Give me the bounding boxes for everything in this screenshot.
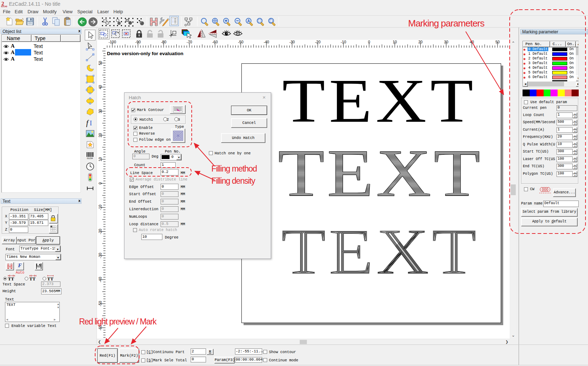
svg-text:10: 10 (393, 40, 397, 44)
svg-text:I: I (90, 120, 92, 127)
svg-text:-10: -10 (341, 40, 346, 44)
svg-text:-70: -70 (187, 40, 192, 44)
svg-text:-60: -60 (212, 40, 218, 44)
svg-text:20: 20 (98, 133, 102, 138)
svg-text:30: 30 (444, 40, 449, 44)
svg-text:A: A (248, 19, 250, 23)
svg-text:TEXT: TEXT (282, 66, 477, 135)
svg-text:-10: -10 (98, 204, 102, 210)
svg-text:EZCAD: EZCAD (1, 5, 8, 8)
svg-text:-20: -20 (315, 40, 320, 44)
svg-text:-50: -50 (98, 301, 102, 306)
svg-text:-40: -40 (98, 277, 102, 282)
svg-text:TT: TT (47, 276, 54, 281)
svg-text:f: f (86, 119, 89, 127)
svg-text:40: 40 (470, 40, 474, 44)
svg-text:-40: -40 (264, 40, 269, 44)
svg-text:TT: TT (29, 276, 36, 281)
svg-text:-30: -30 (98, 253, 102, 258)
svg-text:-30: -30 (289, 40, 295, 44)
svg-text:50: 50 (98, 61, 102, 65)
svg-text:0: 0 (368, 40, 370, 44)
svg-text:-50: -50 (238, 40, 243, 44)
svg-text:40: 40 (98, 85, 102, 89)
svg-text:-20: -20 (98, 229, 102, 234)
svg-text:-60: -60 (98, 325, 102, 330)
svg-text:0: 0 (98, 182, 102, 184)
svg-text:-80: -80 (161, 40, 166, 44)
svg-text:01234: 01234 (87, 157, 93, 159)
svg-text:20: 20 (418, 40, 423, 44)
svg-text:-90: -90 (135, 40, 141, 44)
svg-text:50: 50 (495, 40, 500, 44)
svg-text:TEXT: TEXT (278, 135, 483, 211)
svg-text:10: 10 (98, 157, 102, 162)
svg-text:TT: TT (8, 276, 14, 281)
svg-text:30: 30 (98, 109, 102, 113)
svg-text:-100: -100 (108, 40, 116, 44)
